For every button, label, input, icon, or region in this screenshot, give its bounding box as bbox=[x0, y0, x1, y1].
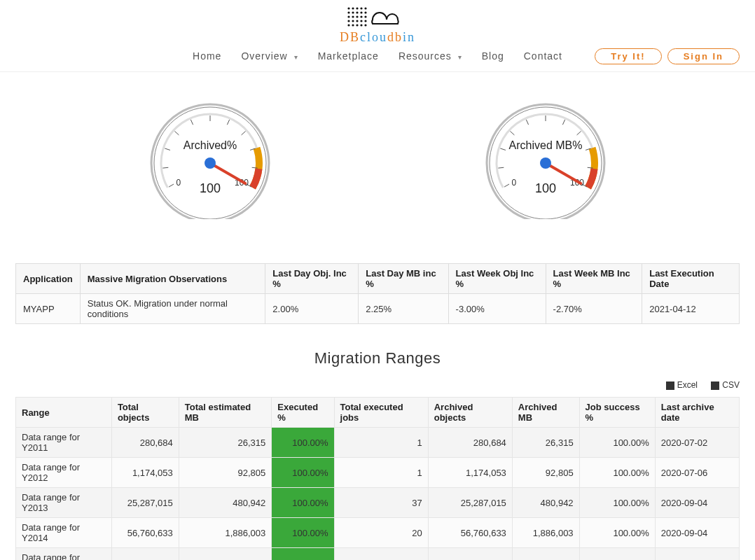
cell-executed-pct: 100.00% bbox=[272, 548, 334, 561]
table-row: Data range for Y201456,760,6331,886,0031… bbox=[16, 518, 740, 548]
table-row: Data range for Y201596,552,3025,052,5181… bbox=[16, 548, 740, 561]
header: DBcloudbin bbox=[0, 0, 755, 43]
svg-text:100: 100 bbox=[199, 181, 220, 195]
svg-point-20 bbox=[347, 24, 349, 26]
svg-point-22 bbox=[356, 24, 358, 26]
svg-point-42 bbox=[205, 158, 216, 169]
svg-text:100: 100 bbox=[534, 181, 555, 195]
cell-last-archive-date: 2020-09-02 bbox=[655, 548, 739, 561]
gauge-archived-: Archived% 0 100 100 bbox=[140, 93, 280, 221]
col-header: Archived objects bbox=[428, 398, 512, 428]
col-header: Massive Migration Observations bbox=[80, 264, 265, 294]
navbar: HomeOverview ▾MarketplaceResources ▾Blog… bbox=[0, 43, 755, 72]
cell-total-objects: 280,684 bbox=[111, 428, 179, 458]
cell-job-success: 100.00% bbox=[579, 428, 655, 458]
svg-point-18 bbox=[360, 20, 362, 22]
svg-point-11 bbox=[352, 15, 354, 18]
cell-exec-jobs: 1 bbox=[334, 458, 428, 488]
nav-item-resources[interactable]: Resources ▾ bbox=[399, 50, 462, 62]
cell-archived-objects: 25,287,015 bbox=[428, 488, 512, 518]
logo-text: DBcloudbin bbox=[340, 31, 415, 43]
svg-point-16 bbox=[352, 20, 354, 22]
export-excel[interactable]: Excel bbox=[666, 380, 698, 390]
col-header: Job success % bbox=[579, 398, 655, 428]
svg-point-5 bbox=[347, 11, 349, 13]
ranges-table: RangeTotal objectsTotal estimated MBExec… bbox=[15, 397, 740, 560]
cell-total-objects: 56,760,633 bbox=[111, 518, 179, 548]
cell-range: Data range for Y2015 bbox=[16, 548, 112, 561]
svg-point-2 bbox=[356, 7, 358, 9]
cell-archived-mb: 26,315 bbox=[512, 428, 579, 458]
svg-point-1 bbox=[352, 7, 354, 9]
cell-total-mb: 5,052,518 bbox=[179, 548, 272, 561]
cell-last-archive-date: 2020-09-04 bbox=[655, 488, 739, 518]
cell-last-archive-date: 2020-07-06 bbox=[655, 458, 739, 488]
svg-point-3 bbox=[360, 7, 362, 9]
cell-archived-objects: 56,760,633 bbox=[428, 518, 512, 548]
chevron-down-icon: ▾ bbox=[458, 53, 462, 61]
export-csv[interactable]: CSV bbox=[711, 380, 740, 390]
svg-point-15 bbox=[347, 20, 349, 22]
cell-archived-objects: 96,552,302 bbox=[428, 548, 512, 561]
svg-text:0: 0 bbox=[511, 178, 516, 188]
cell-job-success: 100.00% bbox=[579, 488, 655, 518]
export-row: Excel CSV bbox=[0, 374, 755, 397]
excel-icon bbox=[666, 382, 674, 390]
try-it-button[interactable]: Try It! bbox=[595, 48, 661, 64]
cell-archived-mb: 5,052,518 bbox=[512, 548, 579, 561]
svg-text:0: 0 bbox=[176, 178, 181, 188]
col-header: Last archive date bbox=[655, 398, 739, 428]
svg-text:Archived%: Archived% bbox=[183, 139, 236, 151]
cell-range: Data range for Y2013 bbox=[16, 488, 112, 518]
col-header: Last Week Obj Inc % bbox=[448, 264, 546, 294]
logo-icon bbox=[346, 6, 409, 29]
gauge-chart: Archived MB% 0 100 100 bbox=[476, 93, 616, 219]
col-header: Total estimated MB bbox=[179, 398, 272, 428]
svg-point-4 bbox=[364, 7, 366, 9]
cell-total-mb: 480,942 bbox=[179, 488, 272, 518]
gauges-row: Archived% 0 100 100 Archived MB% 0 100 1… bbox=[0, 72, 755, 242]
table-row: Data range for Y2011280,68426,315100.00%… bbox=[16, 428, 740, 458]
col-header: Last Day MB inc % bbox=[359, 264, 448, 294]
cell-job-success: 100.00% bbox=[579, 548, 655, 561]
cell-range: Data range for Y2014 bbox=[16, 518, 112, 548]
svg-point-61 bbox=[540, 158, 551, 169]
nav-item-marketplace[interactable]: Marketplace bbox=[318, 50, 379, 62]
cell-job-success: 100.00% bbox=[579, 518, 655, 548]
svg-point-0 bbox=[347, 7, 349, 9]
svg-point-24 bbox=[364, 24, 366, 26]
gauge-archived-mb-: Archived MB% 0 100 100 bbox=[476, 93, 616, 221]
table-row: Data range for Y20121,174,05392,805100.0… bbox=[16, 458, 740, 488]
cell-archived-objects: 280,684 bbox=[428, 428, 512, 458]
col-header: Range bbox=[16, 398, 112, 428]
cell-application: MYAPP bbox=[16, 294, 81, 324]
nav-item-overview[interactable]: Overview ▾ bbox=[241, 50, 298, 62]
cell-total-objects: 1,174,053 bbox=[111, 458, 179, 488]
cell-archived-mb: 92,805 bbox=[512, 458, 579, 488]
nav-item-blog[interactable]: Blog bbox=[482, 50, 504, 62]
cell-archived-mb: 1,886,003 bbox=[512, 518, 579, 548]
cell-total-objects: 96,552,302 bbox=[111, 548, 179, 561]
cell-exec-jobs: 20 bbox=[334, 518, 428, 548]
svg-point-23 bbox=[360, 24, 362, 26]
svg-point-14 bbox=[364, 15, 366, 18]
table-row: MYAPP Status OK. Migration under normal … bbox=[16, 294, 740, 324]
svg-point-12 bbox=[356, 15, 358, 18]
cell-executed-pct: 100.00% bbox=[272, 428, 334, 458]
cell-job-success: 100.00% bbox=[579, 458, 655, 488]
sign-in-button[interactable]: Sign In bbox=[667, 48, 740, 64]
cell-exec-jobs: 37 bbox=[334, 488, 428, 518]
nav-item-home[interactable]: Home bbox=[193, 50, 221, 62]
chevron-down-icon: ▾ bbox=[294, 53, 298, 61]
logo[interactable]: DBcloudbin bbox=[340, 6, 415, 43]
table-row: Data range for Y201325,287,015480,942100… bbox=[16, 488, 740, 518]
svg-point-6 bbox=[352, 11, 354, 13]
cell-total-objects: 25,287,015 bbox=[111, 488, 179, 518]
nav-item-contact[interactable]: Contact bbox=[524, 50, 562, 62]
svg-point-9 bbox=[364, 11, 366, 13]
col-header: Executed % bbox=[272, 398, 334, 428]
cell-archived-objects: 1,174,053 bbox=[428, 458, 512, 488]
section-title: Migration Ranges bbox=[0, 349, 755, 368]
cell-archived-mb: 480,942 bbox=[512, 488, 579, 518]
cell-range: Data range for Y2012 bbox=[16, 458, 112, 488]
